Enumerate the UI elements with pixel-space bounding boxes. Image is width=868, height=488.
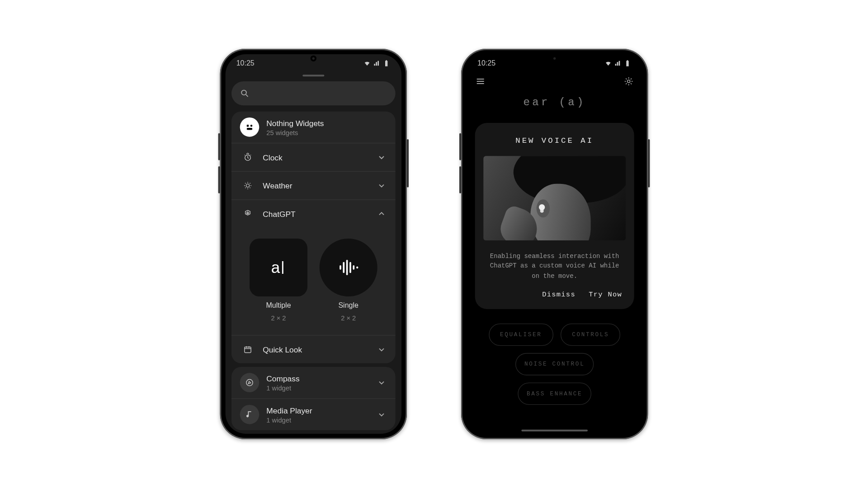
battery-icon (623, 60, 632, 67)
status-icons (363, 60, 391, 67)
chevron-down-icon (376, 377, 387, 388)
status-time: 10:25 (477, 59, 495, 68)
phone-right: 10:25 ear (a) NEW VOICE AI Enabling seam… (461, 49, 648, 439)
chevron-down-icon (376, 409, 387, 420)
chevron-down-icon (376, 180, 387, 191)
chip-equaliser[interactable]: EQUALISER (489, 324, 553, 346)
nothing-logo-icon (240, 117, 259, 137)
compass-icon (240, 373, 259, 392)
chip-controls[interactable]: CONTROLS (561, 324, 621, 346)
dismiss-button[interactable]: Dismiss (542, 290, 576, 298)
calendar-icon (240, 342, 256, 357)
svg-rect-2 (247, 125, 249, 127)
menu-icon[interactable] (475, 76, 486, 87)
settings-icon[interactable] (623, 76, 634, 87)
voice-ai-modal: NEW VOICE AI Enabling seamless interacti… (475, 123, 634, 309)
chatgpt-widgets: a Multiple 2 × 2 (231, 228, 396, 335)
feature-chips: EQUALISER CONTROLS NOISE CONTROL BASS EN… (467, 309, 642, 419)
row-weather[interactable]: Weather (231, 171, 396, 200)
chevron-down-icon (376, 344, 387, 355)
svg-point-14 (356, 267, 358, 268)
status-icons (604, 60, 632, 67)
chevron-up-icon (376, 208, 387, 219)
app-topbar (467, 72, 642, 96)
svg-rect-9 (340, 265, 341, 270)
widgets-header-nothing[interactable]: Nothing Widgets 25 widgets (231, 112, 396, 143)
signal-icon (373, 60, 381, 67)
row-clock[interactable]: Clock (231, 143, 396, 171)
svg-point-0 (241, 90, 246, 95)
modal-description: Enabling seamless interaction with ChatG… (486, 251, 623, 281)
phone-left: 10:25 Nothing Widgets 25 widgets (220, 49, 407, 439)
widget-single[interactable]: Single 2 × 2 (320, 239, 377, 322)
widgets-subtitle: 25 widgets (266, 129, 387, 136)
svg-rect-3 (250, 125, 252, 127)
modal-title: NEW VOICE AI (483, 136, 626, 145)
chatgpt-icon (240, 206, 256, 222)
search-icon (240, 89, 250, 98)
nav-gesture-bar[interactable] (521, 430, 588, 432)
svg-point-16 (246, 380, 253, 386)
chip-noise-control[interactable]: NOISE CONTROL (515, 353, 594, 375)
promo-image (483, 156, 626, 240)
svg-point-17 (627, 80, 630, 83)
svg-line-1 (246, 94, 248, 96)
weather-icon (240, 178, 256, 193)
row-chatgpt[interactable]: ChatGPT (231, 199, 396, 228)
svg-rect-13 (353, 265, 354, 270)
svg-rect-10 (343, 262, 344, 273)
signal-icon (613, 60, 622, 67)
battery-icon (382, 60, 391, 67)
status-time: 10:25 (236, 59, 255, 68)
text-cursor-icon: a (266, 255, 291, 280)
try-now-button[interactable]: Try Now (589, 290, 622, 298)
widgets-group-compass: Compass 1 widget Media Player 1 widget (231, 367, 396, 430)
row-quicklook[interactable]: Quick Look (231, 335, 396, 363)
product-title: ear (a) (467, 96, 642, 108)
svg-text:a: a (271, 258, 280, 276)
row-compass[interactable]: Compass 1 widget (231, 367, 396, 398)
voice-wave-icon (335, 254, 362, 281)
svg-point-6 (246, 184, 249, 187)
chip-bass-enhance[interactable]: BASS ENHANCE (518, 382, 591, 404)
svg-rect-15 (245, 347, 251, 352)
widgets-group-nothing: Nothing Widgets 25 widgets Clock Weather (231, 112, 396, 363)
svg-rect-12 (349, 262, 351, 273)
svg-rect-11 (346, 260, 348, 275)
row-media-player[interactable]: Media Player 1 widget (231, 398, 396, 430)
drag-handle[interactable] (302, 75, 324, 76)
music-icon (240, 405, 259, 424)
widgets-title: Nothing Widgets (266, 118, 387, 127)
search-input[interactable] (231, 81, 396, 105)
svg-rect-4 (247, 128, 252, 130)
wifi-icon (604, 60, 613, 67)
wifi-icon (363, 60, 372, 67)
clock-icon (240, 150, 256, 165)
chevron-down-icon (376, 152, 387, 163)
widget-multiple[interactable]: a Multiple 2 × 2 (250, 239, 307, 322)
